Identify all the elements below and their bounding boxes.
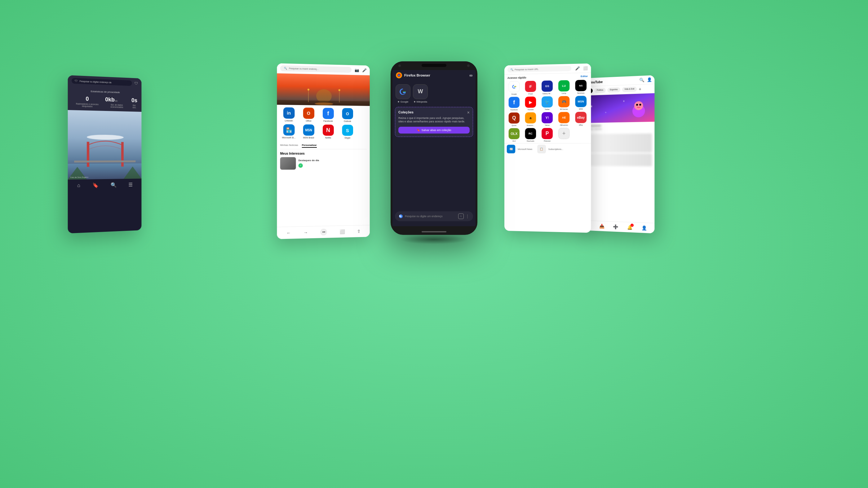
qa-youtube[interactable]: ▶ Youtube xyxy=(523,96,538,110)
msn-icon: MSN xyxy=(303,124,314,135)
shortcut-linkedin[interactable]: in Linkedin xyxy=(280,107,298,122)
forward-icon[interactable]: → xyxy=(304,230,308,235)
yt-account-nav-icon[interactable]: 👤 xyxy=(641,225,647,230)
newtab-screen: 🔍 Pesquisar ou inserir endereç... 📷 🎤 xyxy=(277,63,370,239)
ms-news-icon[interactable]: 📰 xyxy=(507,145,515,153)
back-icon[interactable]: ← xyxy=(286,230,291,235)
qa-amazon[interactable]: a Amazon... xyxy=(523,112,538,126)
phone-bottom-search[interactable]: Pesquise ou digite um endereço 1 ⋮ xyxy=(395,211,473,221)
qa-amazon-label: Amazon... xyxy=(527,124,534,126)
qa-aliexpress[interactable]: AE AliExpress xyxy=(556,112,571,126)
qa-livup-icon: LU xyxy=(558,80,569,91)
qa-aliexpress-icon: AE xyxy=(558,112,569,123)
yt-search-icon[interactable]: 🔍 xyxy=(639,77,644,83)
phone-menu-dots[interactable]: ⋮ xyxy=(466,214,469,219)
qa-url-text: Pesquisar ou inserir URL xyxy=(515,68,538,71)
newtab-camera-icon[interactable]: 📷 xyxy=(354,68,359,72)
edit-button[interactable]: Editar xyxy=(581,75,588,78)
qa-mic-icon[interactable]: 🎤 xyxy=(575,66,580,70)
qa-msn[interactable]: MSN MSN xyxy=(573,96,588,110)
qa-facebook[interactable]: f Facebook xyxy=(507,97,521,110)
qa-ifood-label: iFood xyxy=(529,93,533,95)
main-scene: 🛡 Pesquisar ou digitar endereço da 🛡 Est… xyxy=(217,58,651,430)
front-camera-left xyxy=(398,64,401,67)
tab-square-icon[interactable]: ⬜ xyxy=(339,229,345,234)
shortcut-office[interactable]: O Office xyxy=(300,107,317,122)
qa-twitter[interactable]: 🐦 Twitter xyxy=(540,96,555,110)
qa-add-placeholder: + xyxy=(556,128,571,141)
svg-point-4 xyxy=(87,134,124,140)
qa-netshoes[interactable]: NS Netshoes xyxy=(573,79,588,94)
newtab-url-bar[interactable]: 🔍 Pesquisar ou inserir endereç... xyxy=(280,65,351,72)
yt-account-icon[interactable]: 👤 xyxy=(647,77,652,82)
qa-olx[interactable]: OLX OLX xyxy=(507,128,521,142)
yt-shorts-icon[interactable]: 📥 xyxy=(599,223,604,229)
yt-subs-icon[interactable]: 🔔2 xyxy=(627,225,632,230)
shortcut-facebook[interactable]: f Facebook xyxy=(320,107,337,122)
shortcut-skype[interactable]: S Skype xyxy=(339,125,356,139)
newtab-shortcuts: in Linkedin O Office f Facebook xyxy=(277,105,370,144)
qa-riachuelo[interactable]: RC Riachuelo xyxy=(523,128,538,142)
more-dots-icon[interactable]: ••• xyxy=(320,228,327,235)
news-item-1[interactable]: Destaques do dia ✓ xyxy=(280,157,367,169)
share-icon[interactable]: ⇧ xyxy=(357,229,361,234)
qa-migames[interactable]: 🎮 Mi Games xyxy=(556,96,571,110)
menu-icon[interactable]: ☰ xyxy=(129,182,133,188)
newtab-mic-icon[interactable]: 🎤 xyxy=(362,68,367,72)
shortcut-msstore[interactable]: 🏪 Microsoft St... xyxy=(280,124,298,138)
search-icon[interactable]: 🔍 xyxy=(111,182,117,188)
yt-category-politics[interactable]: Política xyxy=(594,88,606,93)
qa-riachuelo-icon: RC xyxy=(525,128,536,139)
qa-url-bar[interactable]: 🔍 Pesquisar ou inserir URL xyxy=(507,66,571,72)
tab-minhas-noticias[interactable]: Minhas Notícias xyxy=(280,143,298,148)
shortcut-netflix[interactable]: N Netflix xyxy=(320,124,337,138)
bookmark-icon[interactable]: 🔖 xyxy=(92,182,99,188)
phone-firefox-header: Firefox Browser ∞ xyxy=(393,70,475,80)
bookmark-save-icon: 🔖 xyxy=(416,129,420,132)
qa-ifood[interactable]: iF iFood xyxy=(523,80,538,95)
privacy-url-bar[interactable]: 🛡 Pesquisar ou digitar endereço da xyxy=(72,78,132,86)
quickaccess-screen: 🔍 Pesquisar ou inserir URL 🎤 ⬜ Acesso rá… xyxy=(504,63,591,233)
interests-title: Meus Interesses xyxy=(280,152,367,155)
infinity-icon[interactable]: ∞ xyxy=(469,73,472,78)
phone-shortcut-google[interactable]: ★ Google xyxy=(396,84,410,103)
qa-ebay-label: eBay xyxy=(579,124,583,126)
qa-galaxy-icon: GS xyxy=(541,80,553,92)
qa-livup[interactable]: LU LivUp xyxy=(556,80,571,94)
news-check-icon: ✓ xyxy=(299,163,303,167)
collections-title: Coleções xyxy=(398,110,413,114)
msstore-icon: 🏪 xyxy=(283,124,294,136)
quickaccess-label: Acesso rápido xyxy=(507,76,526,79)
yt-add-category[interactable]: + xyxy=(639,87,641,92)
yt-thumb-svg: ★ ✦ ♦ xyxy=(581,93,655,123)
qa-msn-label: MSN xyxy=(579,108,583,110)
qa-square-icon[interactable]: ⬜ xyxy=(583,66,588,70)
phone-shortcut-wikipedia[interactable]: W ★ Wikipedia xyxy=(413,84,428,103)
qa-quora[interactable]: Q Quora xyxy=(507,112,521,126)
qa-galaxy[interactable]: GS Galaxy Sh... xyxy=(540,80,555,95)
shortcut-msnbrasil[interactable]: MSN MSN Brasil xyxy=(300,124,317,139)
tab-personalizar[interactable]: Personalizar xyxy=(302,143,317,148)
shortcut-outlook[interactable]: O Outlook xyxy=(339,108,356,122)
qa-add-button[interactable]: + xyxy=(558,128,569,139)
qa-google[interactable]: Google xyxy=(507,81,521,95)
yt-category-vida[interactable]: Vida & Esti xyxy=(622,87,637,92)
svg-text:♦: ♦ xyxy=(623,99,625,103)
qa-yahoo-icon: Y! xyxy=(541,112,553,123)
privacy-url-text: Pesquisar ou digitar endereço da xyxy=(80,80,112,83)
qa-pinterest[interactable]: P Pinterest xyxy=(540,128,555,141)
privacy-shield-icon: 🛡 xyxy=(134,81,138,85)
phone-shadow xyxy=(400,235,468,244)
yt-add-icon[interactable]: ➕ xyxy=(613,224,618,229)
qa-ebay[interactable]: eBay eBay xyxy=(573,111,588,126)
tab-count-indicator[interactable]: 1 xyxy=(458,214,464,219)
phone-shortcuts: ★ Google W ★ Wikipedia xyxy=(393,80,475,105)
yt-category-sports[interactable]: Esportes xyxy=(607,87,620,92)
trackers-count: 0 xyxy=(72,95,103,103)
home-icon[interactable]: ⌂ xyxy=(77,183,80,188)
save-tabs-button[interactable]: 🔖 Salvar abas em coleção xyxy=(398,127,470,134)
qa-msn-icon: MSN xyxy=(575,96,587,107)
collections-close-button[interactable]: × xyxy=(467,110,470,115)
subscriptions-icon[interactable]: 📋 xyxy=(537,145,546,153)
qa-yahoo[interactable]: Y! Yahoo xyxy=(540,112,555,126)
